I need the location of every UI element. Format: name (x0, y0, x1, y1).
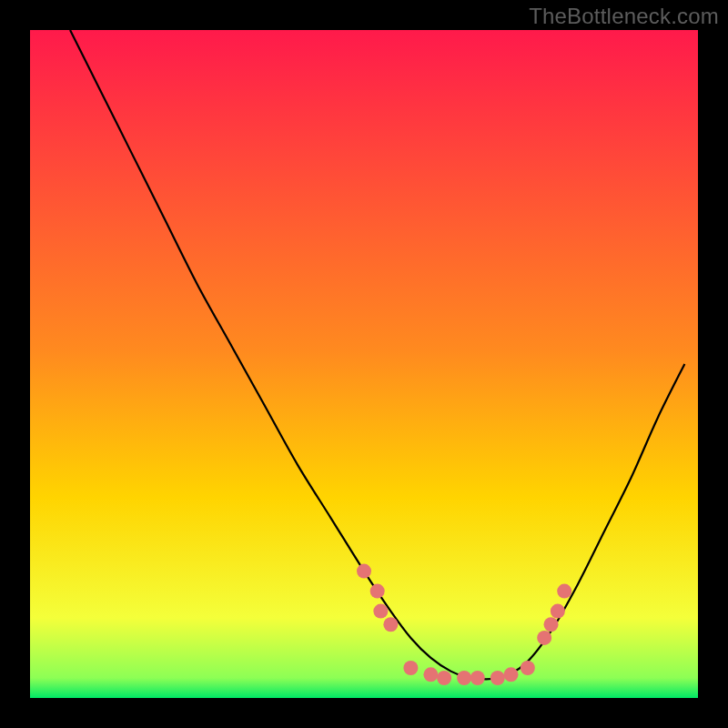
highlight-dot (370, 584, 385, 599)
highlight-dot (373, 604, 388, 619)
highlight-dot (383, 617, 398, 632)
plot-background (30, 30, 698, 698)
highlight-dot (551, 604, 565, 619)
highlight-dot (457, 671, 471, 685)
highlight-dot (470, 671, 485, 685)
highlight-dot (537, 631, 551, 645)
highlight-dot (403, 661, 418, 675)
chart-frame: TheBottleneck.com (0, 0, 728, 728)
highlight-dot (490, 671, 505, 685)
highlight-dot (557, 584, 571, 599)
highlight-dot (357, 564, 371, 579)
watermark-text: TheBottleneck.com (529, 4, 719, 29)
highlight-dot (437, 671, 451, 685)
highlight-dot (503, 667, 518, 682)
highlight-dot (521, 661, 535, 675)
highlight-dot (423, 667, 438, 682)
bottleneck-chart (0, 0, 728, 728)
highlight-dot (544, 617, 559, 632)
